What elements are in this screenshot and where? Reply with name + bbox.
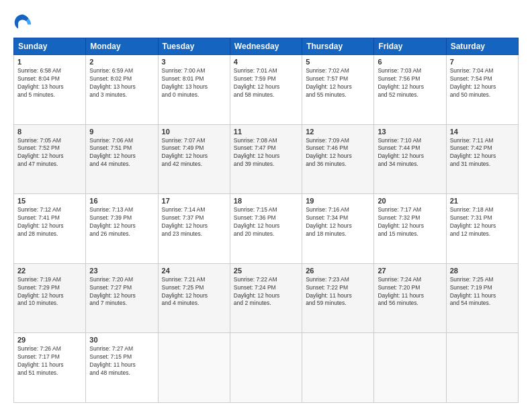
day-number: 7 bbox=[450, 58, 515, 66]
week-row-4: 22Sunrise: 7:19 AM Sunset: 7:29 PM Dayli… bbox=[14, 263, 519, 333]
day-cell-11: 11Sunrise: 7:08 AM Sunset: 7:47 PM Dayli… bbox=[230, 124, 302, 194]
day-cell-6: 6Sunrise: 7:03 AM Sunset: 7:56 PM Daylig… bbox=[374, 55, 446, 125]
day-cell-19: 19Sunrise: 7:16 AM Sunset: 7:34 PM Dayli… bbox=[302, 194, 374, 264]
day-cell-27: 27Sunrise: 7:24 AM Sunset: 7:20 PM Dayli… bbox=[374, 263, 446, 333]
day-cell-5: 5Sunrise: 7:02 AM Sunset: 7:57 PM Daylig… bbox=[302, 55, 374, 125]
day-info: Sunrise: 7:22 AM Sunset: 7:24 PM Dayligh… bbox=[234, 276, 298, 308]
day-info: Sunrise: 7:19 AM Sunset: 7:29 PM Dayligh… bbox=[17, 276, 82, 308]
weekday-monday: Monday bbox=[86, 38, 158, 55]
day-info: Sunrise: 7:05 AM Sunset: 7:52 PM Dayligh… bbox=[17, 137, 82, 169]
header bbox=[13, 12, 519, 31]
day-number: 27 bbox=[378, 267, 442, 275]
day-number: 14 bbox=[450, 128, 515, 136]
day-cell-1: 1Sunrise: 6:58 AM Sunset: 8:04 PM Daylig… bbox=[14, 55, 86, 125]
day-number: 25 bbox=[234, 267, 298, 275]
week-row-1: 1Sunrise: 6:58 AM Sunset: 8:04 PM Daylig… bbox=[14, 55, 519, 125]
day-info: Sunrise: 7:00 AM Sunset: 8:01 PM Dayligh… bbox=[162, 67, 226, 99]
day-number: 28 bbox=[450, 267, 515, 275]
day-number: 13 bbox=[378, 128, 442, 136]
day-info: Sunrise: 7:16 AM Sunset: 7:34 PM Dayligh… bbox=[306, 206, 370, 238]
day-info: Sunrise: 7:08 AM Sunset: 7:47 PM Dayligh… bbox=[234, 137, 298, 169]
empty-cell bbox=[158, 333, 230, 403]
weekday-saturday: Saturday bbox=[446, 38, 518, 55]
day-number: 16 bbox=[89, 197, 154, 205]
day-info: Sunrise: 7:04 AM Sunset: 7:54 PM Dayligh… bbox=[450, 67, 515, 99]
day-number: 4 bbox=[234, 58, 298, 66]
day-cell-16: 16Sunrise: 7:13 AM Sunset: 7:39 PM Dayli… bbox=[86, 194, 158, 264]
logo-icon bbox=[13, 12, 32, 31]
calendar-header: SundayMondayTuesdayWednesdayThursdayFrid… bbox=[14, 38, 519, 55]
empty-cell bbox=[302, 333, 374, 403]
day-cell-26: 26Sunrise: 7:23 AM Sunset: 7:22 PM Dayli… bbox=[302, 263, 374, 333]
day-cell-21: 21Sunrise: 7:18 AM Sunset: 7:31 PM Dayli… bbox=[446, 194, 518, 264]
day-number: 30 bbox=[89, 336, 154, 344]
day-info: Sunrise: 7:23 AM Sunset: 7:22 PM Dayligh… bbox=[306, 276, 370, 308]
day-number: 6 bbox=[378, 58, 442, 66]
empty-cell bbox=[446, 333, 518, 403]
day-number: 20 bbox=[378, 197, 442, 205]
empty-cell bbox=[374, 333, 446, 403]
day-number: 18 bbox=[234, 197, 298, 205]
weekday-tuesday: Tuesday bbox=[158, 38, 230, 55]
day-cell-13: 13Sunrise: 7:10 AM Sunset: 7:44 PM Dayli… bbox=[374, 124, 446, 194]
day-info: Sunrise: 7:18 AM Sunset: 7:31 PM Dayligh… bbox=[450, 206, 515, 238]
day-number: 9 bbox=[89, 128, 154, 136]
day-info: Sunrise: 7:06 AM Sunset: 7:51 PM Dayligh… bbox=[89, 137, 154, 169]
day-number: 11 bbox=[234, 128, 298, 136]
day-cell-28: 28Sunrise: 7:25 AM Sunset: 7:19 PM Dayli… bbox=[446, 263, 518, 333]
day-info: Sunrise: 7:21 AM Sunset: 7:25 PM Dayligh… bbox=[162, 276, 226, 308]
day-info: Sunrise: 7:27 AM Sunset: 7:15 PM Dayligh… bbox=[89, 345, 154, 377]
day-cell-24: 24Sunrise: 7:21 AM Sunset: 7:25 PM Dayli… bbox=[158, 263, 230, 333]
day-info: Sunrise: 7:07 AM Sunset: 7:49 PM Dayligh… bbox=[162, 137, 226, 169]
day-info: Sunrise: 7:15 AM Sunset: 7:36 PM Dayligh… bbox=[234, 206, 298, 238]
day-cell-30: 30Sunrise: 7:27 AM Sunset: 7:15 PM Dayli… bbox=[86, 333, 158, 403]
day-number: 15 bbox=[17, 197, 82, 205]
day-info: Sunrise: 7:01 AM Sunset: 7:59 PM Dayligh… bbox=[234, 67, 298, 99]
calendar-body: 1Sunrise: 6:58 AM Sunset: 8:04 PM Daylig… bbox=[14, 55, 519, 403]
day-cell-8: 8Sunrise: 7:05 AM Sunset: 7:52 PM Daylig… bbox=[14, 124, 86, 194]
day-number: 19 bbox=[306, 197, 370, 205]
day-info: Sunrise: 7:11 AM Sunset: 7:42 PM Dayligh… bbox=[450, 137, 515, 169]
day-number: 22 bbox=[17, 267, 82, 275]
day-info: Sunrise: 7:20 AM Sunset: 7:27 PM Dayligh… bbox=[89, 276, 154, 308]
day-info: Sunrise: 7:24 AM Sunset: 7:20 PM Dayligh… bbox=[378, 276, 442, 308]
day-cell-22: 22Sunrise: 7:19 AM Sunset: 7:29 PM Dayli… bbox=[14, 263, 86, 333]
day-cell-10: 10Sunrise: 7:07 AM Sunset: 7:49 PM Dayli… bbox=[158, 124, 230, 194]
day-number: 12 bbox=[306, 128, 370, 136]
logo bbox=[13, 12, 36, 31]
weekday-friday: Friday bbox=[374, 38, 446, 55]
empty-cell bbox=[230, 333, 302, 403]
day-number: 24 bbox=[162, 267, 226, 275]
day-cell-12: 12Sunrise: 7:09 AM Sunset: 7:46 PM Dayli… bbox=[302, 124, 374, 194]
day-cell-9: 9Sunrise: 7:06 AM Sunset: 7:51 PM Daylig… bbox=[86, 124, 158, 194]
day-number: 29 bbox=[17, 336, 82, 344]
day-number: 2 bbox=[89, 58, 154, 66]
day-info: Sunrise: 7:25 AM Sunset: 7:19 PM Dayligh… bbox=[450, 276, 515, 308]
week-row-3: 15Sunrise: 7:12 AM Sunset: 7:41 PM Dayli… bbox=[14, 194, 519, 264]
day-info: Sunrise: 7:17 AM Sunset: 7:32 PM Dayligh… bbox=[378, 206, 442, 238]
day-number: 21 bbox=[450, 197, 515, 205]
day-info: Sunrise: 7:13 AM Sunset: 7:39 PM Dayligh… bbox=[89, 206, 154, 238]
day-number: 23 bbox=[89, 267, 154, 275]
day-number: 26 bbox=[306, 267, 370, 275]
week-row-5: 29Sunrise: 7:26 AM Sunset: 7:17 PM Dayli… bbox=[14, 333, 519, 403]
day-cell-7: 7Sunrise: 7:04 AM Sunset: 7:54 PM Daylig… bbox=[446, 55, 518, 125]
weekday-header-row: SundayMondayTuesdayWednesdayThursdayFrid… bbox=[14, 38, 519, 55]
day-info: Sunrise: 7:10 AM Sunset: 7:44 PM Dayligh… bbox=[378, 137, 442, 169]
weekday-thursday: Thursday bbox=[302, 38, 374, 55]
day-info: Sunrise: 7:09 AM Sunset: 7:46 PM Dayligh… bbox=[306, 137, 370, 169]
day-number: 3 bbox=[162, 58, 226, 66]
day-info: Sunrise: 7:02 AM Sunset: 7:57 PM Dayligh… bbox=[306, 67, 370, 99]
day-cell-3: 3Sunrise: 7:00 AM Sunset: 8:01 PM Daylig… bbox=[158, 55, 230, 125]
day-info: Sunrise: 7:03 AM Sunset: 7:56 PM Dayligh… bbox=[378, 67, 442, 99]
day-info: Sunrise: 7:12 AM Sunset: 7:41 PM Dayligh… bbox=[17, 206, 82, 238]
weekday-wednesday: Wednesday bbox=[230, 38, 302, 55]
calendar-table: SundayMondayTuesdayWednesdayThursdayFrid… bbox=[13, 38, 519, 403]
day-number: 17 bbox=[162, 197, 226, 205]
day-cell-20: 20Sunrise: 7:17 AM Sunset: 7:32 PM Dayli… bbox=[374, 194, 446, 264]
day-cell-23: 23Sunrise: 7:20 AM Sunset: 7:27 PM Dayli… bbox=[86, 263, 158, 333]
day-cell-25: 25Sunrise: 7:22 AM Sunset: 7:24 PM Dayli… bbox=[230, 263, 302, 333]
day-cell-14: 14Sunrise: 7:11 AM Sunset: 7:42 PM Dayli… bbox=[446, 124, 518, 194]
day-cell-15: 15Sunrise: 7:12 AM Sunset: 7:41 PM Dayli… bbox=[14, 194, 86, 264]
day-info: Sunrise: 7:14 AM Sunset: 7:37 PM Dayligh… bbox=[162, 206, 226, 238]
